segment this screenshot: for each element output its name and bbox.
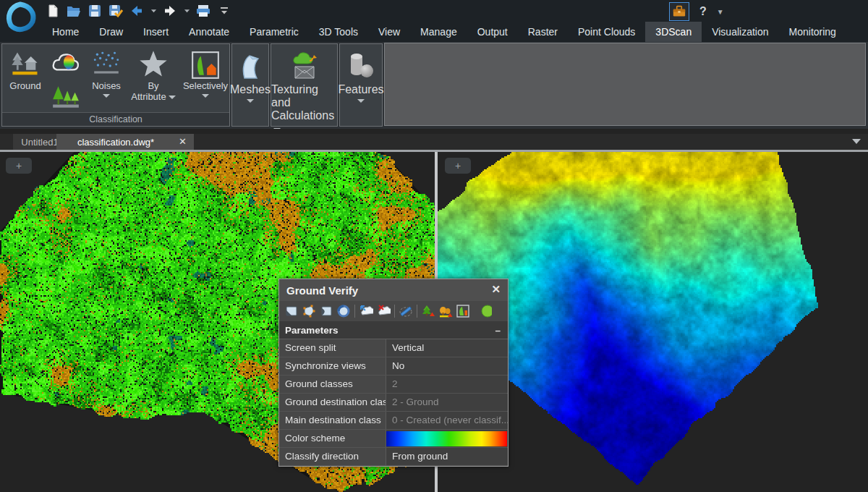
viewport-area: + + Ground Verify ✕ Parameters – Screen … bbox=[0, 152, 868, 492]
texturing-icon bbox=[288, 46, 321, 83]
ribbon-tab-view[interactable]: View bbox=[368, 22, 410, 42]
help-dropdown-icon[interactable]: ▼ bbox=[717, 8, 724, 16]
classify-clipped-icon[interactable] bbox=[472, 303, 489, 319]
param-row-screen-split[interactable]: Screen splitVertical bbox=[279, 339, 508, 357]
help-button[interactable]: ? bbox=[699, 5, 707, 18]
param-label: Ground classes bbox=[279, 376, 386, 393]
meshes-dropdown-icon[interactable] bbox=[247, 99, 254, 103]
ribbon-tab-output[interactable]: Output bbox=[467, 22, 518, 42]
close-tab-icon[interactable]: ✕ bbox=[179, 136, 187, 147]
ribbon-bottom-gap bbox=[0, 129, 868, 134]
select-rect-icon[interactable] bbox=[283, 303, 300, 319]
classify-by-color-button[interactable] bbox=[47, 46, 85, 80]
ground-button[interactable]: Ground bbox=[5, 46, 46, 91]
noises-label: Noises bbox=[92, 80, 121, 91]
texturing-label-1: Texturing and bbox=[271, 83, 337, 109]
by-attribute-dropdown-icon bbox=[169, 96, 176, 99]
redo-icon[interactable] bbox=[162, 3, 178, 19]
noises-button[interactable]: Noises bbox=[88, 46, 125, 98]
param-row-classify-direction[interactable]: Classify directionFrom ground bbox=[279, 448, 508, 466]
application-window: { "app": { "quick_access": ["new-file-ic… bbox=[0, 0, 868, 492]
classify-frame-icon[interactable] bbox=[454, 303, 472, 319]
right-viewport-plus-button[interactable]: + bbox=[445, 158, 471, 174]
features-dropdown-icon[interactable] bbox=[357, 99, 365, 103]
selectively-label: Selectively bbox=[183, 80, 228, 91]
overflow-icon[interactable] bbox=[216, 3, 232, 19]
noises-dropdown-icon[interactable] bbox=[103, 94, 110, 98]
dropdown-caret-icon[interactable] bbox=[183, 3, 190, 19]
ribbon-tab-3dscan[interactable]: 3DScan bbox=[645, 22, 702, 42]
ribbon-tab-raster[interactable]: Raster bbox=[518, 22, 568, 42]
panel-meshes[interactable]: Meshes bbox=[231, 43, 269, 127]
save-all-icon[interactable] bbox=[108, 3, 124, 19]
doc-tab-classification[interactable]: classification.dwg* ✕ bbox=[56, 134, 194, 150]
parameters-title: Parameters bbox=[285, 325, 339, 336]
cloud-remove-icon[interactable] bbox=[375, 303, 392, 319]
ribbon-tab-manage[interactable]: Manage bbox=[410, 22, 467, 42]
param-value[interactable]: 0 - Created (never classif... bbox=[386, 412, 508, 429]
ribbon-tab-monitoring[interactable]: Monitoring bbox=[779, 22, 846, 42]
briefcase-icon bbox=[672, 5, 686, 18]
dialog-title-bar[interactable]: Ground Verify ✕ bbox=[279, 279, 508, 301]
new-file-icon[interactable] bbox=[45, 3, 61, 19]
dialog-close-icon[interactable]: ✕ bbox=[491, 283, 501, 296]
classify-ground-icon[interactable] bbox=[420, 303, 437, 319]
ribbon-tab-point-clouds[interactable]: Point Clouds bbox=[568, 22, 645, 42]
ribbon-tab-annotate[interactable]: Annotate bbox=[179, 22, 239, 42]
param-row-ground-classes[interactable]: Ground classes2 bbox=[279, 376, 508, 394]
noises-icon bbox=[91, 46, 122, 80]
panel-features[interactable]: Features bbox=[339, 43, 383, 127]
open-icon[interactable] bbox=[66, 3, 82, 19]
classify-vegetation-button[interactable] bbox=[47, 80, 85, 114]
ribbon-tab-home[interactable]: Home bbox=[42, 22, 89, 42]
param-row-color-scheme[interactable]: Color scheme bbox=[279, 430, 508, 448]
meshes-icon bbox=[236, 46, 265, 83]
collapse-section-icon[interactable]: – bbox=[495, 325, 501, 336]
dropdown-caret-icon[interactable] bbox=[150, 3, 157, 19]
param-value[interactable]: 2 - Ground bbox=[386, 394, 508, 411]
cloud-add-icon[interactable] bbox=[357, 303, 375, 319]
select-polygon-icon[interactable] bbox=[300, 303, 318, 319]
color-scheme-gradient[interactable] bbox=[386, 431, 507, 446]
meshes-label: Meshes bbox=[230, 83, 271, 96]
select-fence-icon[interactable] bbox=[318, 303, 335, 319]
param-row-main-destination-class[interactable]: Main destination class0 - Created (never… bbox=[279, 412, 508, 430]
ribbon-tab-insert[interactable]: Insert bbox=[133, 22, 179, 42]
tab-list-dropdown-icon[interactable] bbox=[852, 139, 861, 144]
param-value[interactable]: Vertical bbox=[386, 339, 508, 357]
title-bar: ? ▼ bbox=[0, 0, 868, 22]
meshes-button[interactable]: Meshes bbox=[232, 46, 268, 103]
param-row-synchronize-views[interactable]: Synchronize viewsNo bbox=[279, 357, 508, 376]
print-icon[interactable] bbox=[195, 3, 211, 19]
classify-vegetation-icon[interactable] bbox=[437, 303, 454, 319]
save-icon[interactable] bbox=[87, 3, 103, 19]
selectively-button[interactable]: Selectively bbox=[182, 46, 229, 98]
parameters-section-header[interactable]: Parameters – bbox=[279, 321, 508, 339]
param-value[interactable] bbox=[386, 430, 508, 447]
ribbon-tab-bar: HomeDrawInsertAnnotateParametric3D Tools… bbox=[0, 22, 868, 42]
brush-select-icon[interactable] bbox=[397, 303, 414, 319]
texturing-button[interactable]: Texturing and Calculations bbox=[271, 46, 337, 135]
features-button[interactable]: Features bbox=[340, 46, 382, 103]
selectively-dropdown-icon[interactable] bbox=[202, 94, 209, 98]
ribbon-tab-3d-tools[interactable]: 3D Tools bbox=[309, 22, 368, 42]
ribbon-tab-visualization[interactable]: Visualization bbox=[702, 22, 778, 42]
param-value[interactable]: No bbox=[386, 357, 508, 375]
left-viewport-plus-button[interactable]: + bbox=[6, 158, 32, 174]
select-circle-icon[interactable] bbox=[335, 303, 352, 319]
parameters-rows: Screen splitVerticalSynchronize viewsNoG… bbox=[279, 339, 508, 466]
param-value[interactable]: 2 bbox=[386, 376, 508, 393]
panel-texturing[interactable]: Texturing and Calculations bbox=[271, 43, 338, 127]
param-row-ground-destination-class[interactable]: Ground destination class2 - Ground bbox=[279, 394, 508, 412]
selectively-icon bbox=[190, 46, 221, 80]
features-label: Features bbox=[338, 83, 383, 96]
by-attribute-button[interactable]: By Attribute bbox=[127, 46, 180, 102]
briefcase-toggle-button[interactable] bbox=[669, 2, 689, 21]
ribbon-tab-draw[interactable]: Draw bbox=[89, 22, 133, 42]
undo-icon[interactable] bbox=[129, 3, 145, 19]
ribbon-tab-parametric[interactable]: Parametric bbox=[239, 22, 309, 42]
param-value[interactable]: From ground bbox=[386, 448, 508, 465]
ground-label: Ground bbox=[9, 80, 41, 91]
ribbon-empty-area bbox=[384, 43, 866, 126]
app-logo-icon[interactable] bbox=[3, 1, 38, 34]
